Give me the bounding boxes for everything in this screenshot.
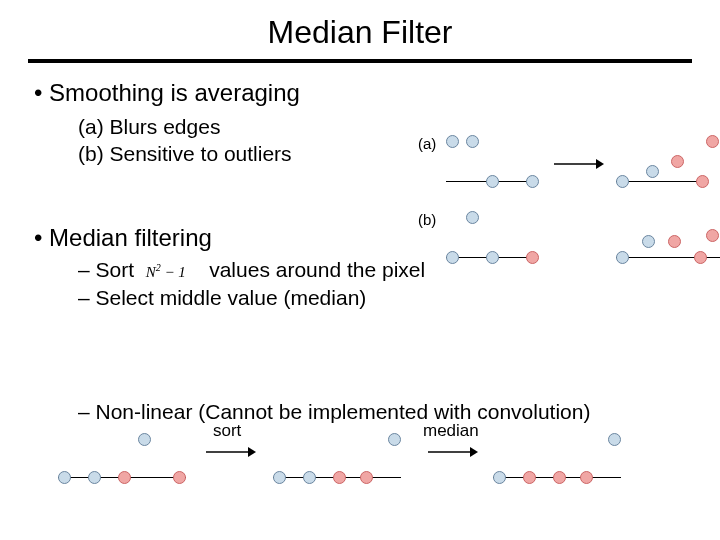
formula-n2-1: N2 − 1	[146, 264, 186, 280]
dot-red	[118, 471, 131, 484]
dot-blue	[616, 175, 629, 188]
arrow-icon	[428, 445, 478, 459]
slide-body: Smoothing is averaging (a) Blurs edges (…	[28, 79, 692, 427]
svg-marker-1	[596, 159, 604, 169]
label-sort: sort	[213, 421, 241, 441]
label-a: (a)	[418, 135, 436, 152]
dot-blue	[138, 433, 151, 446]
label-median: median	[423, 421, 479, 441]
dot-blue	[466, 211, 479, 224]
dot-blue	[466, 135, 479, 148]
dot-blue	[446, 251, 459, 264]
arrow-icon	[206, 445, 256, 459]
diagram-sort-median: sort median	[58, 441, 698, 501]
dot-blue	[493, 471, 506, 484]
svg-marker-3	[248, 447, 256, 457]
dash-sort-pre: Sort	[96, 258, 135, 281]
dot-blue	[526, 175, 539, 188]
dash-select-middle: Select middle value (median)	[78, 284, 692, 312]
dot-blue	[446, 135, 459, 148]
dot-blue	[58, 471, 71, 484]
dot-red	[580, 471, 593, 484]
dot-red	[173, 471, 186, 484]
dot-red	[706, 229, 719, 242]
line	[616, 181, 708, 182]
diagram-a: (a)	[446, 135, 720, 197]
dot-red	[523, 471, 536, 484]
dot-blue	[616, 251, 629, 264]
svg-marker-5	[470, 447, 478, 457]
dash-nonlinear: Non-linear (Cannot be implemented with c…	[78, 398, 692, 426]
dot-blue	[273, 471, 286, 484]
dot-red	[694, 251, 707, 264]
bullet-smoothing: Smoothing is averaging	[34, 79, 692, 107]
dot-blue	[388, 433, 401, 446]
dot-red	[333, 471, 346, 484]
dash-sort-post: values around the pixel	[209, 258, 425, 281]
dot-red	[360, 471, 373, 484]
dot-red	[668, 235, 681, 248]
dot-blue	[646, 165, 659, 178]
dot-red	[671, 155, 684, 168]
dot-red	[706, 135, 719, 148]
label-b: (b)	[418, 211, 436, 228]
dot-red	[526, 251, 539, 264]
diagram-b: (b)	[446, 211, 720, 273]
slide-title: Median Filter	[28, 14, 692, 51]
dot-blue	[486, 175, 499, 188]
dot-blue	[608, 433, 621, 446]
dot-blue	[486, 251, 499, 264]
arrow-icon	[554, 157, 604, 171]
dot-red	[696, 175, 709, 188]
title-rule	[28, 59, 692, 63]
dot-blue	[642, 235, 655, 248]
dot-red	[553, 471, 566, 484]
dot-blue	[88, 471, 101, 484]
dot-blue	[303, 471, 316, 484]
